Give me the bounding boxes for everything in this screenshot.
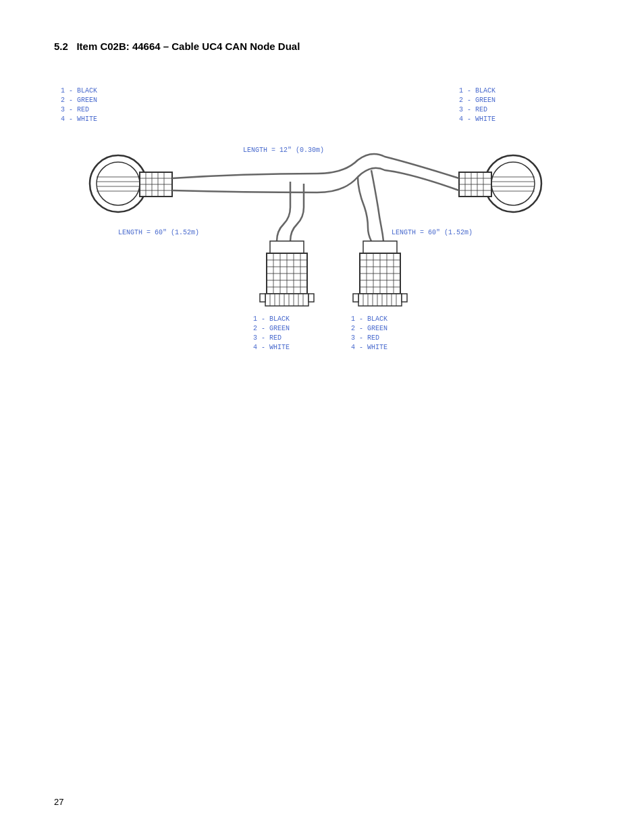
svg-point-7 <box>97 162 140 205</box>
right-wire-labels: 1 - BLACK <box>459 87 495 95</box>
section-number: 5.2 <box>54 41 68 52</box>
svg-text:4 - WHITE: 4 - WHITE <box>253 344 290 351</box>
svg-rect-34 <box>270 241 304 253</box>
page: 5.2 Item C02B: 44664 – Cable UC4 CAN Nod… <box>0 0 644 834</box>
svg-rect-46 <box>265 294 308 306</box>
svg-rect-78 <box>353 294 358 302</box>
svg-text:4 - WHITE: 4 - WHITE <box>61 115 97 123</box>
length-left-label: LENGTH = 60" (1.52m) <box>118 229 199 236</box>
length-right-label: LENGTH = 60" (1.52m) <box>392 229 473 236</box>
svg-text:4 - WHITE: 4 - WHITE <box>351 344 387 351</box>
length-top-label: LENGTH = 12" (0.30m) <box>243 147 324 154</box>
svg-text:2 - GREEN: 2 - GREEN <box>351 325 387 332</box>
diagram-svg: 1 - BLACK 2 - GREEN 3 - RED 4 - WHITE 1 … <box>54 72 587 383</box>
svg-text:3 - RED: 3 - RED <box>459 106 487 113</box>
svg-rect-56 <box>308 294 314 302</box>
svg-text:2 - GREEN: 2 - GREEN <box>459 97 495 104</box>
svg-rect-79 <box>402 294 407 302</box>
svg-point-21 <box>491 162 535 205</box>
svg-text:3 - RED: 3 - RED <box>61 106 89 113</box>
cable-diagram: 1 - BLACK 2 - GREEN 3 - RED 4 - WHITE 1 … <box>54 72 590 396</box>
svg-text:2 - GREEN: 2 - GREEN <box>61 97 97 104</box>
svg-rect-55 <box>260 294 265 302</box>
svg-text:3 - RED: 3 - RED <box>351 334 379 342</box>
page-number: 27 <box>54 797 63 807</box>
svg-text:4 - WHITE: 4 - WHITE <box>459 115 495 123</box>
svg-point-6 <box>90 155 146 212</box>
svg-text:2 - GREEN: 2 - GREEN <box>253 325 290 332</box>
svg-rect-69 <box>358 294 402 306</box>
svg-point-20 <box>485 155 541 212</box>
left-wire-labels: 1 - BLACK <box>61 87 97 95</box>
bottom-right-wire-labels: 1 - BLACK <box>351 315 387 323</box>
svg-text:3 - RED: 3 - RED <box>253 334 281 342</box>
section-title: 5.2 Item C02B: 44664 – Cable UC4 CAN Nod… <box>54 41 590 52</box>
svg-rect-57 <box>363 241 397 253</box>
section-heading: Item C02B: 44664 – Cable UC4 CAN Node Du… <box>76 41 300 52</box>
bottom-left-wire-labels: 1 - BLACK <box>253 315 290 323</box>
